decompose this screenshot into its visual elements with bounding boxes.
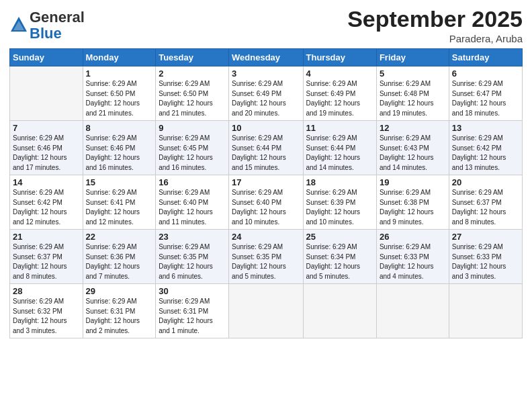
day-info: Sunrise: 6:29 AM Sunset: 6:50 PM Dayligh… — [86, 79, 153, 118]
day-info: Sunrise: 6:29 AM Sunset: 6:36 PM Dayligh… — [86, 242, 153, 281]
day-number: 24 — [232, 232, 300, 242]
weekday-header: Friday — [376, 49, 449, 66]
calendar-cell: 10Sunrise: 6:29 AM Sunset: 6:44 PM Dayli… — [229, 121, 303, 175]
calendar-cell: 17Sunrise: 6:29 AM Sunset: 6:40 PM Dayli… — [229, 175, 303, 230]
day-number: 7 — [13, 123, 80, 133]
day-number: 4 — [306, 68, 373, 79]
day-number: 2 — [159, 68, 226, 79]
weekday-header: Tuesday — [156, 49, 229, 66]
day-number: 10 — [232, 123, 300, 133]
calendar-table: SundayMondayTuesdayWednesdayThursdayFrid… — [9, 48, 523, 338]
weekday-header: Wednesday — [229, 49, 303, 66]
calendar-cell: 23Sunrise: 6:29 AM Sunset: 6:35 PM Dayli… — [156, 230, 229, 284]
day-info: Sunrise: 6:29 AM Sunset: 6:40 PM Dayligh… — [232, 188, 300, 227]
calendar-cell — [229, 284, 303, 338]
calendar-cell: 11Sunrise: 6:29 AM Sunset: 6:44 PM Dayli… — [303, 121, 376, 175]
day-number: 29 — [86, 286, 153, 296]
day-info: Sunrise: 6:29 AM Sunset: 6:44 PM Dayligh… — [232, 134, 300, 173]
location: Paradera, Aruba — [347, 33, 523, 44]
logo: General Blue — [9, 9, 85, 42]
day-info: Sunrise: 6:29 AM Sunset: 6:49 PM Dayligh… — [306, 79, 373, 118]
calendar-cell: 5Sunrise: 6:29 AM Sunset: 6:48 PM Daylig… — [376, 66, 449, 121]
day-number: 6 — [452, 68, 519, 79]
calendar-week-row: 14Sunrise: 6:29 AM Sunset: 6:42 PM Dayli… — [10, 175, 523, 230]
calendar-cell: 25Sunrise: 6:29 AM Sunset: 6:34 PM Dayli… — [303, 230, 376, 284]
day-info: Sunrise: 6:29 AM Sunset: 6:33 PM Dayligh… — [380, 242, 446, 281]
day-number: 23 — [159, 232, 226, 242]
calendar-cell: 13Sunrise: 6:29 AM Sunset: 6:42 PM Dayli… — [449, 121, 522, 175]
calendar-cell: 29Sunrise: 6:29 AM Sunset: 6:31 PM Dayli… — [83, 284, 156, 338]
calendar-cell: 8Sunrise: 6:29 AM Sunset: 6:46 PM Daylig… — [83, 121, 156, 175]
day-info: Sunrise: 6:29 AM Sunset: 6:37 PM Dayligh… — [452, 188, 519, 227]
day-number: 3 — [232, 68, 300, 79]
day-number: 18 — [306, 177, 373, 187]
header: General Blue September 2025 Paradera, Ar… — [9, 7, 523, 44]
logo-icon — [9, 15, 28, 34]
calendar-cell: 28Sunrise: 6:29 AM Sunset: 6:32 PM Dayli… — [10, 284, 83, 338]
day-info: Sunrise: 6:29 AM Sunset: 6:46 PM Dayligh… — [86, 134, 153, 173]
calendar-cell: 15Sunrise: 6:29 AM Sunset: 6:41 PM Dayli… — [83, 175, 156, 230]
calendar-cell: 19Sunrise: 6:29 AM Sunset: 6:38 PM Dayli… — [376, 175, 449, 230]
day-info: Sunrise: 6:29 AM Sunset: 6:38 PM Dayligh… — [380, 188, 446, 227]
calendar-cell: 2Sunrise: 6:29 AM Sunset: 6:50 PM Daylig… — [156, 66, 229, 121]
calendar-week-row: 28Sunrise: 6:29 AM Sunset: 6:32 PM Dayli… — [10, 284, 523, 338]
day-info: Sunrise: 6:29 AM Sunset: 6:37 PM Dayligh… — [13, 242, 80, 281]
calendar-cell: 22Sunrise: 6:29 AM Sunset: 6:36 PM Dayli… — [83, 230, 156, 284]
day-number: 15 — [86, 177, 153, 187]
day-info: Sunrise: 6:29 AM Sunset: 6:42 PM Dayligh… — [13, 188, 80, 227]
day-number: 9 — [159, 123, 226, 133]
day-number: 1 — [86, 68, 153, 79]
calendar-cell: 7Sunrise: 6:29 AM Sunset: 6:46 PM Daylig… — [10, 121, 83, 175]
month-title: September 2025 — [347, 7, 523, 32]
weekday-header: Monday — [83, 49, 156, 66]
weekday-header: Sunday — [10, 49, 83, 66]
day-info: Sunrise: 6:29 AM Sunset: 6:47 PM Dayligh… — [452, 79, 519, 118]
day-number: 20 — [452, 177, 519, 187]
calendar-cell: 1Sunrise: 6:29 AM Sunset: 6:50 PM Daylig… — [83, 66, 156, 121]
day-info: Sunrise: 6:29 AM Sunset: 6:43 PM Dayligh… — [380, 134, 446, 173]
day-info: Sunrise: 6:29 AM Sunset: 6:40 PM Dayligh… — [159, 188, 226, 227]
day-info: Sunrise: 6:29 AM Sunset: 6:35 PM Dayligh… — [232, 242, 300, 281]
calendar-cell: 20Sunrise: 6:29 AM Sunset: 6:37 PM Dayli… — [449, 175, 522, 230]
weekday-header: Thursday — [303, 49, 376, 66]
day-number: 21 — [13, 232, 80, 242]
calendar-week-row: 21Sunrise: 6:29 AM Sunset: 6:37 PM Dayli… — [10, 230, 523, 284]
day-number: 26 — [380, 232, 446, 242]
day-info: Sunrise: 6:29 AM Sunset: 6:34 PM Dayligh… — [306, 242, 373, 281]
calendar-week-row: 1Sunrise: 6:29 AM Sunset: 6:50 PM Daylig… — [10, 66, 523, 121]
day-number: 22 — [86, 232, 153, 242]
calendar-cell: 9Sunrise: 6:29 AM Sunset: 6:45 PM Daylig… — [156, 121, 229, 175]
day-info: Sunrise: 6:29 AM Sunset: 6:41 PM Dayligh… — [86, 188, 153, 227]
day-number: 25 — [306, 232, 373, 242]
calendar-cell — [376, 284, 449, 338]
logo-text: General Blue — [30, 9, 85, 42]
page: General Blue September 2025 Paradera, Ar… — [0, 0, 532, 411]
day-info: Sunrise: 6:29 AM Sunset: 6:31 PM Dayligh… — [86, 297, 153, 336]
day-number: 16 — [159, 177, 226, 187]
calendar-cell: 6Sunrise: 6:29 AM Sunset: 6:47 PM Daylig… — [449, 66, 522, 121]
day-info: Sunrise: 6:29 AM Sunset: 6:45 PM Dayligh… — [159, 134, 226, 173]
calendar-cell: 16Sunrise: 6:29 AM Sunset: 6:40 PM Dayli… — [156, 175, 229, 230]
day-number: 8 — [86, 123, 153, 133]
calendar-cell — [449, 284, 522, 338]
calendar-cell: 26Sunrise: 6:29 AM Sunset: 6:33 PM Dayli… — [376, 230, 449, 284]
calendar-cell: 24Sunrise: 6:29 AM Sunset: 6:35 PM Dayli… — [229, 230, 303, 284]
day-number: 11 — [306, 123, 373, 133]
calendar-cell: 21Sunrise: 6:29 AM Sunset: 6:37 PM Dayli… — [10, 230, 83, 284]
calendar-cell: 4Sunrise: 6:29 AM Sunset: 6:49 PM Daylig… — [303, 66, 376, 121]
day-number: 27 — [452, 232, 519, 242]
calendar-header-row: SundayMondayTuesdayWednesdayThursdayFrid… — [10, 49, 523, 66]
day-info: Sunrise: 6:29 AM Sunset: 6:31 PM Dayligh… — [159, 297, 226, 336]
logo-general: General — [30, 9, 85, 26]
day-info: Sunrise: 6:29 AM Sunset: 6:32 PM Dayligh… — [13, 297, 80, 336]
weekday-header: Saturday — [449, 49, 522, 66]
calendar-cell: 27Sunrise: 6:29 AM Sunset: 6:33 PM Dayli… — [449, 230, 522, 284]
calendar-cell: 12Sunrise: 6:29 AM Sunset: 6:43 PM Dayli… — [376, 121, 449, 175]
day-number: 5 — [380, 68, 446, 79]
logo-blue: Blue — [30, 25, 62, 42]
day-info: Sunrise: 6:29 AM Sunset: 6:44 PM Dayligh… — [306, 134, 373, 173]
day-info: Sunrise: 6:29 AM Sunset: 6:46 PM Dayligh… — [13, 134, 80, 173]
day-number: 19 — [380, 177, 446, 187]
day-info: Sunrise: 6:29 AM Sunset: 6:49 PM Dayligh… — [232, 79, 300, 118]
day-info: Sunrise: 6:29 AM Sunset: 6:42 PM Dayligh… — [452, 134, 519, 173]
